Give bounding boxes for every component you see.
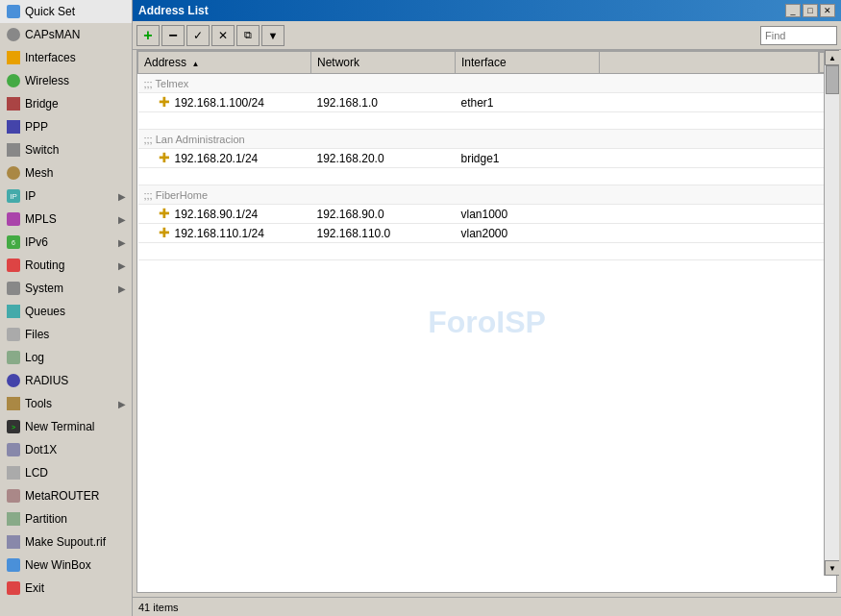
sidebar-item-queues[interactable]: Queues [0,300,132,323]
mpls-icon [6,211,21,227]
enable-button[interactable]: ✓ [186,25,210,46]
sidebar-item-tools[interactable]: Tools ▶ [0,392,132,415]
address-table-container[interactable]: ForoISP Address ▲ Network I [136,50,837,593]
main-content: Address List _ □ ✕ + − ✓ ✕ ⧉ ▼ ForoISP [133,0,841,616]
sidebar-item-new-terminal[interactable]: > New Terminal [0,415,132,438]
sidebar-item-log[interactable]: Log [0,346,132,369]
sidebar-item-dot1x[interactable]: Dot1X [0,438,132,461]
sidebar-label-ppp: PPP [25,120,126,134]
sidebar-item-lcd[interactable]: LCD [0,461,132,484]
sidebar-item-radius[interactable]: RADIUS [0,369,132,392]
sidebar-item-new-winbox[interactable]: New WinBox [0,554,132,577]
cell-extra [600,149,819,168]
sidebar-label-bridge: Bridge [25,97,126,111]
sidebar-item-quick-set[interactable]: Quick Set [0,0,132,23]
sidebar-item-ip[interactable]: IP IP ▶ [0,185,132,208]
bridge-icon [6,96,21,111]
spacer-row [138,112,836,130]
column-header-interface[interactable]: Interface [456,52,600,74]
sidebar-label-tools: Tools [25,397,118,410]
watermark: ForoISP [428,304,546,339]
cell-interface: vlan1000 [456,205,600,224]
sidebar-label-make-supout: Make Supout.rif [25,535,126,549]
sidebar-label-quick-set: Quick Set [25,5,126,18]
sidebar-item-ppp[interactable]: PPP [0,115,132,138]
remove-button[interactable]: − [161,25,185,46]
sidebar-item-wireless[interactable]: Wireless [0,69,132,92]
sidebar-item-mpls[interactable]: MPLS ▶ [0,208,132,231]
sidebar-item-routing[interactable]: Routing ▶ [0,254,132,277]
meta-icon [6,488,21,504]
queues-icon [6,304,21,319]
sidebar-label-ip: IP [25,189,118,203]
sidebar-label-system: System [25,282,118,295]
dot1x-icon [6,442,21,457]
filter-button[interactable]: ▼ [261,25,284,46]
cell-address: ✚192.168.110.1/24 [138,224,311,243]
tools-submenu-arrow: ▶ [118,399,126,409]
ipv6-icon: 6 [6,234,21,250]
table-row[interactable]: ✚192.168.20.1/24192.168.20.0bridge1 [138,149,836,168]
lcd-icon [6,465,21,480]
column-header-extra [600,52,819,74]
cell-address: ✚192.168.1.100/24 [138,93,311,112]
sidebar-item-meta-router[interactable]: MetaROUTER [0,484,132,507]
sidebar-item-mesh[interactable]: Mesh [0,161,132,185]
table-row[interactable]: ✚192.168.1.100/24192.168.1.0ether1 [138,93,836,112]
status-bar: 41 items [133,597,841,616]
sidebar-item-system[interactable]: System ▶ [0,277,132,300]
window-minimize-button[interactable]: _ [785,4,801,17]
scroll-down-button[interactable]: ▼ [825,560,839,576]
cell-extra [600,93,819,112]
table-row[interactable]: ✚192.168.90.1/24192.168.90.0vlan1000 [138,205,836,224]
sidebar-label-meta-router: MetaROUTER [25,489,126,503]
cell-interface: vlan2000 [456,224,600,243]
sidebar-label-queues: Queues [25,305,126,318]
cell-address: ✚192.168.90.1/24 [138,205,311,224]
disable-button[interactable]: ✕ [211,25,235,46]
cell-interface: bridge1 [456,149,600,168]
sidebar-item-partition[interactable]: Partition [0,507,132,530]
window-close-button[interactable]: ✕ [820,4,835,17]
supout-icon [6,534,21,550]
sidebar-item-files[interactable]: Files [0,323,132,346]
add-button[interactable]: + [136,25,160,46]
column-header-network[interactable]: Network [311,52,456,74]
cell-network: 192.168.20.0 [311,149,456,168]
copy-button[interactable]: ⧉ [236,25,260,46]
column-header-address[interactable]: Address ▲ [138,52,311,74]
tools-icon [6,396,21,411]
sidebar: Quick Set CAPsMAN Interfaces Wireless Br… [0,0,133,616]
routing-submenu-arrow: ▶ [118,260,126,271]
sidebar-label-new-terminal: New Terminal [25,420,126,433]
sidebar-label-dot1x: Dot1X [25,443,126,456]
cell-interface: ether1 [456,93,600,112]
partition-icon [6,511,21,527]
table-group-row: ;;; FiberHome [138,185,836,205]
toolbar: + − ✓ ✕ ⧉ ▼ [133,21,841,50]
table-row[interactable]: ✚192.168.110.1/24192.168.110.0vlan2000 [138,224,836,243]
window-titlebar: Address List _ □ ✕ [133,0,841,21]
sidebar-item-bridge[interactable]: Bridge [0,92,132,115]
sidebar-item-interfaces[interactable]: Interfaces [0,46,132,69]
sidebar-label-radius: RADIUS [25,374,126,387]
system-icon [6,281,21,296]
sidebar-item-ipv6[interactable]: 6 IPv6 ▶ [0,231,132,254]
search-input[interactable] [760,26,837,45]
cell-network: 192.168.90.0 [311,205,456,224]
scroll-thumb[interactable] [826,65,839,94]
scroll-up-button[interactable]: ▲ [825,50,839,65]
sidebar-label-exit: Exit [25,581,126,595]
sidebar-label-new-winbox: New WinBox [25,558,126,572]
window-maximize-button[interactable]: □ [803,4,818,17]
spacer-row [138,243,836,260]
item-count: 41 items [138,602,179,613]
cell-extra [600,224,819,243]
sidebar-item-make-supout[interactable]: Make Supout.rif [0,530,132,554]
sort-arrow-address: ▲ [191,60,199,68]
sidebar-item-capsman[interactable]: CAPsMAN [0,23,132,46]
sidebar-item-exit[interactable]: Exit [0,577,132,600]
files-icon [6,327,21,342]
sidebar-item-switch[interactable]: Switch [0,138,132,161]
table-group-row: ;;; Telmex [138,74,836,93]
